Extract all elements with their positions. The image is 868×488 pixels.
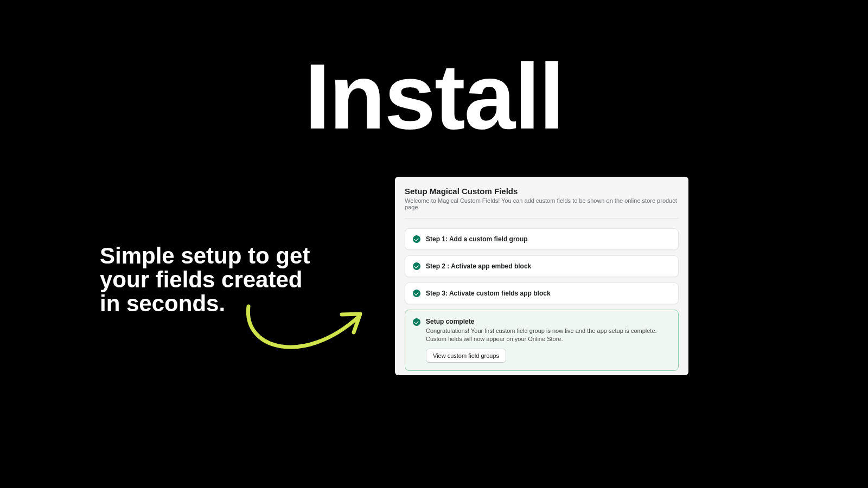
step-title: Step 1: Add a custom field group bbox=[426, 235, 528, 243]
hero-title: Install bbox=[0, 43, 868, 150]
step-row-1[interactable]: Step 1: Add a custom field group bbox=[405, 228, 679, 250]
marketing-subhead: Simple setup to get your fields created … bbox=[100, 244, 317, 316]
setup-complete-card: Setup complete Congratulations! Your fir… bbox=[405, 310, 679, 371]
step-title: Step 3: Activate custom fields app block bbox=[426, 290, 551, 297]
panel-title: Setup Magical Custom Fields bbox=[405, 187, 679, 196]
complete-title: Setup complete bbox=[426, 318, 671, 325]
check-icon bbox=[413, 318, 420, 326]
divider bbox=[405, 218, 679, 219]
check-icon bbox=[413, 235, 420, 243]
check-icon bbox=[413, 262, 420, 270]
setup-panel: Setup Magical Custom Fields Welcome to M… bbox=[395, 177, 688, 375]
panel-subtitle: Welcome to Magical Custom Fields! You ca… bbox=[405, 197, 679, 210]
step-row-2[interactable]: Step 2 : Activate app embed block bbox=[405, 255, 679, 277]
step-row-3[interactable]: Step 3: Activate custom fields app block bbox=[405, 282, 679, 304]
view-custom-field-groups-button[interactable]: View custom field groups bbox=[426, 349, 506, 363]
complete-body: Congratulations! Your first custom field… bbox=[426, 327, 671, 343]
step-title: Step 2 : Activate app embed block bbox=[426, 262, 531, 270]
check-icon bbox=[413, 290, 420, 297]
